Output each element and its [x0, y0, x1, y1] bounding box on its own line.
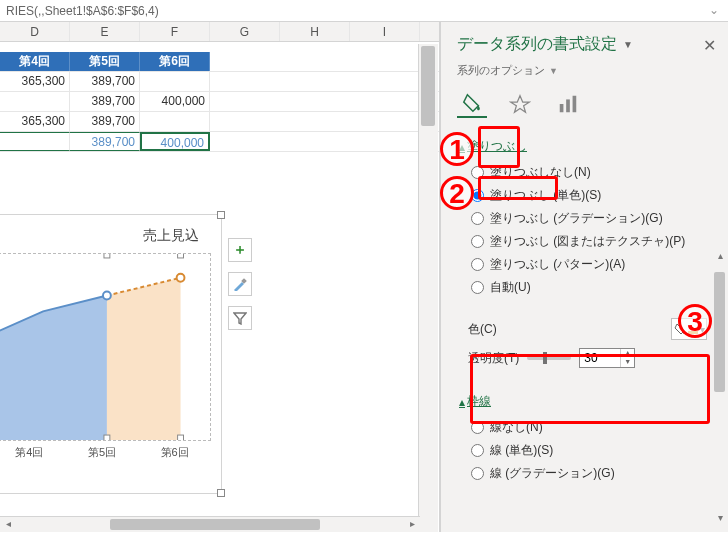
hdr-cell[interactable]: 第4回: [0, 52, 70, 71]
formula-text: RIES(,,Sheet1!$A$6:$F$6,4): [6, 4, 159, 18]
cell[interactable]: 389,700: [70, 92, 140, 111]
grid-vertical-scrollbar[interactable]: [418, 44, 438, 532]
color-label: 色(C): [468, 321, 497, 338]
chart-plot-area[interactable]: [0, 254, 210, 440]
svg-rect-7: [178, 254, 184, 258]
svg-point-3: [177, 274, 185, 282]
spin-up[interactable]: ▲: [621, 349, 634, 358]
column-headers: D E F G H I: [0, 22, 439, 42]
chart-filter-button[interactable]: [228, 306, 252, 330]
border-option-none[interactable]: 線なし(N): [471, 416, 718, 439]
table-row: 365,300 389,700: [0, 72, 439, 92]
fill-option-picture[interactable]: 塗りつぶし (図またはテクスチャ)(P): [471, 230, 718, 253]
formula-expand-icon[interactable]: ⌄: [706, 3, 722, 19]
cell[interactable]: 389,700: [70, 72, 140, 91]
x-label: 第6回: [138, 445, 211, 473]
annotation-callout-3: 3: [678, 304, 712, 338]
svg-marker-0: [0, 296, 107, 440]
svg-rect-5: [178, 435, 184, 440]
chart-add-element-button[interactable]: ＋: [228, 238, 252, 262]
border-option-gradient[interactable]: 線 (グラデーション)(G): [471, 462, 718, 485]
svg-rect-6: [104, 254, 110, 258]
pane-subtitle[interactable]: 系列のオプション▼: [441, 61, 728, 84]
cell[interactable]: [0, 132, 70, 151]
chart-styles-button[interactable]: [228, 272, 252, 296]
col-header[interactable]: D: [0, 22, 70, 41]
pane-close-button[interactable]: ✕: [703, 36, 716, 55]
cell[interactable]: [140, 72, 210, 91]
svg-rect-10: [560, 104, 564, 112]
table-row: 365,300 389,700: [0, 112, 439, 132]
cell[interactable]: 389,700: [70, 112, 140, 131]
fill-option-gradient[interactable]: 塗りつぶし (グラデーション)(G): [471, 207, 718, 230]
grid-horizontal-scrollbar[interactable]: ◂ ▸: [0, 516, 420, 532]
scroll-up-arrow[interactable]: ▴: [714, 250, 726, 264]
col-header[interactable]: E: [70, 22, 140, 41]
section-fill-header[interactable]: ▴ 塗りつぶし: [457, 134, 718, 161]
annotation-callout-2: 2: [440, 176, 474, 210]
border-option-solid[interactable]: 線 (単色)(S): [471, 439, 718, 462]
chart-title: 売上見込: [0, 215, 221, 253]
spin-down[interactable]: ▼: [621, 358, 634, 367]
section-border-header[interactable]: ▴ 枠線: [457, 389, 718, 416]
formula-bar[interactable]: RIES(,,Sheet1!$A$6:$F$6,4) ⌄: [0, 0, 728, 22]
cell[interactable]: 400,000: [140, 92, 210, 111]
col-header[interactable]: H: [280, 22, 350, 41]
svg-rect-12: [573, 96, 577, 113]
pane-title: データ系列の書式設定▼: [441, 22, 728, 61]
fill-option-none[interactable]: 塗りつぶしなし(N): [471, 161, 718, 184]
fill-option-pattern[interactable]: 塗りつぶし (パターン)(A): [471, 253, 718, 276]
tab-fill-line[interactable]: [457, 90, 487, 118]
svg-marker-9: [511, 96, 529, 113]
transparency-spinner[interactable]: ▲▼: [579, 348, 635, 368]
transparency-slider[interactable]: [527, 356, 571, 360]
cell-active[interactable]: 400,000: [140, 132, 210, 151]
hdr-cell[interactable]: 第6回: [140, 52, 210, 71]
cell[interactable]: 389,700: [70, 132, 140, 151]
svg-point-2: [103, 292, 111, 300]
scroll-right-arrow[interactable]: ▸: [404, 517, 420, 532]
table-row-selected: 389,700 400,000: [0, 132, 439, 152]
col-header[interactable]: G: [210, 22, 280, 41]
pane-vertical-scrollbar[interactable]: ▴ ▾: [712, 248, 728, 528]
col-header[interactable]: I: [350, 22, 420, 41]
svg-rect-4: [104, 435, 110, 440]
fill-option-solid[interactable]: 塗りつぶし (単色)(S): [471, 184, 718, 207]
cell[interactable]: [140, 112, 210, 131]
hdr-cell[interactable]: 第5回: [70, 52, 140, 71]
scroll-down-arrow[interactable]: ▾: [714, 512, 726, 526]
fill-option-auto[interactable]: 自動(U): [471, 276, 718, 299]
pane-category-tabs: [441, 84, 728, 128]
tab-effects[interactable]: [505, 90, 535, 118]
embedded-chart[interactable]: 売上見込 第4回 第5回 第6回: [0, 214, 222, 494]
table-header-row: 第4回 第5回 第6回: [0, 52, 439, 72]
col-header[interactable]: F: [140, 22, 210, 41]
spreadsheet-grid[interactable]: D E F G H I 第4回 第5回 第6回 365,300 389,700 …: [0, 22, 440, 532]
transparency-label: 透明度(T): [468, 350, 519, 367]
format-pane: データ系列の書式設定▼ ✕ 系列のオプション▼ ▴ 塗りつぶし 塗りつぶしなし(…: [440, 22, 728, 532]
tab-series-options[interactable]: [553, 90, 583, 118]
x-label: 第4回: [0, 445, 66, 473]
annotation-callout-1: 1: [440, 132, 474, 166]
table-row: 389,700 400,000: [0, 92, 439, 112]
transparency-input[interactable]: [580, 349, 620, 367]
svg-marker-1: [107, 278, 181, 440]
scroll-left-arrow[interactable]: ◂: [0, 517, 16, 532]
chart-x-axis: 第4回 第5回 第6回: [0, 445, 211, 473]
x-label: 第5回: [66, 445, 139, 473]
pane-dropdown-icon[interactable]: ▼: [623, 39, 633, 50]
cell[interactable]: 365,300: [0, 112, 70, 131]
cell[interactable]: 365,300: [0, 72, 70, 91]
cell[interactable]: [0, 92, 70, 111]
svg-rect-11: [566, 99, 570, 112]
